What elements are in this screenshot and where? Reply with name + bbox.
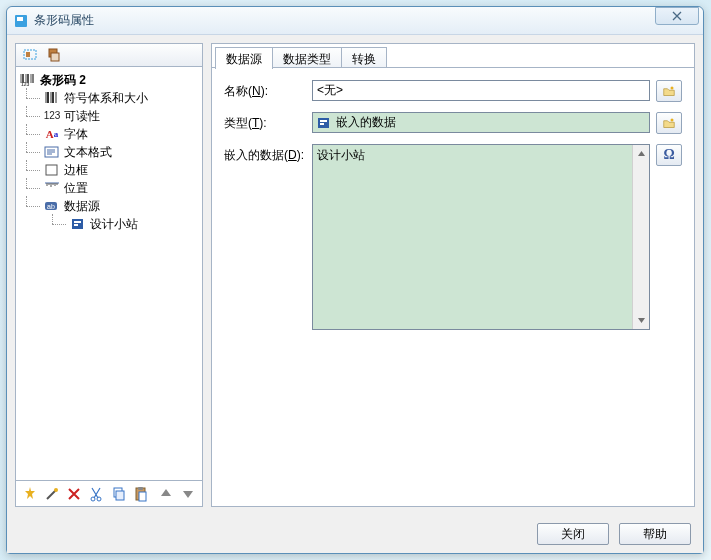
titlebar[interactable]: 条形码属性: [7, 7, 703, 35]
type-label: 类型(T):: [224, 112, 312, 132]
svg-point-41: [671, 87, 674, 90]
paste-icon[interactable]: [131, 484, 150, 504]
border-icon: [44, 162, 60, 178]
svg-rect-5: [51, 53, 59, 61]
svg-point-33: [97, 497, 101, 501]
right-column: 数据源 数据类型 转换 名称(N): 类型(T):: [211, 43, 695, 507]
omega-button[interactable]: Ω: [656, 144, 682, 166]
textformat-icon: [44, 144, 60, 160]
copy-icon[interactable]: [44, 45, 64, 65]
svg-rect-1: [17, 17, 23, 21]
tree-root[interactable]: 123 条形码 2: [18, 71, 200, 89]
svg-rect-37: [138, 487, 143, 490]
svg-rect-3: [26, 52, 30, 57]
tree-item-label: 设计小站: [90, 215, 138, 233]
dialog-window: 条形码属性 123 条形码 2: [6, 6, 704, 554]
svg-marker-29: [25, 487, 35, 499]
svg-rect-38: [139, 492, 146, 501]
textarea-scrollbar[interactable]: [632, 145, 649, 329]
app-icon: [13, 13, 29, 29]
svg-rect-43: [320, 120, 327, 122]
type-display: 嵌入的数据: [312, 112, 650, 133]
scroll-up-icon[interactable]: [633, 145, 649, 162]
svg-point-45: [671, 119, 674, 122]
svg-marker-46: [638, 151, 645, 156]
cut-icon[interactable]: [87, 484, 106, 504]
digits-icon: 123: [44, 108, 60, 124]
bottom-toolbar: [15, 481, 203, 507]
tree-item-readability[interactable]: 123 可读性: [18, 107, 200, 125]
close-button[interactable]: 关闭: [537, 523, 609, 545]
new-icon[interactable]: [20, 484, 39, 504]
tree-item-label: 位置: [64, 179, 88, 197]
svg-rect-27: [74, 221, 81, 223]
svg-rect-44: [320, 123, 324, 125]
copy-tb-icon[interactable]: [109, 484, 128, 504]
bars-icon: [44, 90, 60, 106]
window-title: 条形码属性: [34, 12, 655, 29]
position-icon: [44, 180, 60, 196]
svg-point-31: [54, 488, 58, 492]
up-icon[interactable]: [157, 484, 176, 504]
tree-item-position[interactable]: 位置: [18, 179, 200, 197]
tab-content: 名称(N): 类型(T): 嵌入的数据: [212, 67, 694, 506]
tree-item-datasource-child[interactable]: 设计小站: [18, 215, 200, 233]
type-value: 嵌入的数据: [336, 114, 396, 131]
svg-rect-28: [74, 224, 78, 226]
svg-text:123: 123: [21, 81, 30, 87]
name-input[interactable]: [312, 80, 650, 101]
font-icon: Aa: [44, 126, 60, 142]
dialog-body: 123 条形码 2 符号体系和大小 123 可读性: [7, 35, 703, 515]
name-folder-button[interactable]: [656, 80, 682, 102]
tree-view[interactable]: 123 条形码 2 符号体系和大小 123 可读性: [15, 67, 203, 481]
svg-point-32: [91, 497, 95, 501]
dialog-footer: 关闭 帮助: [7, 515, 703, 553]
window-close-button[interactable]: [655, 7, 699, 25]
embedded-data-text: 设计小站: [317, 148, 365, 162]
tab-transform[interactable]: 转换: [341, 47, 387, 68]
svg-marker-39: [161, 489, 171, 496]
tree-item-symbology[interactable]: 符号体系和大小: [18, 89, 200, 107]
tree-item-label: 可读性: [64, 107, 100, 125]
embedded-data-small-icon: [316, 115, 332, 131]
select-icon[interactable]: [20, 45, 40, 65]
type-folder-button[interactable]: [656, 112, 682, 134]
tab-datasource[interactable]: 数据源: [215, 47, 273, 69]
svg-marker-40: [183, 491, 193, 498]
tree-item-textformat[interactable]: 文本格式: [18, 143, 200, 161]
name-label: 名称(N):: [224, 80, 312, 100]
embedded-data-icon: [70, 216, 86, 232]
svg-rect-35: [116, 491, 124, 500]
delete-icon[interactable]: [65, 484, 84, 504]
left-column: 123 条形码 2 符号体系和大小 123 可读性: [15, 43, 203, 507]
down-icon[interactable]: [179, 484, 198, 504]
tree-item-label: 字体: [64, 125, 88, 143]
tree-root-label: 条形码 2: [40, 71, 86, 89]
embed-label: 嵌入的数据(D):: [224, 144, 312, 164]
svg-marker-47: [638, 318, 645, 323]
tab-datatype[interactable]: 数据类型: [272, 47, 342, 68]
datasource-icon: ab: [44, 198, 60, 214]
tree-item-datasource[interactable]: ab 数据源: [18, 197, 200, 215]
tree-item-label: 数据源: [64, 197, 100, 215]
left-toolbar: [15, 43, 203, 67]
help-button[interactable]: 帮助: [619, 523, 691, 545]
tree-item-label: 文本格式: [64, 143, 112, 161]
tree-item-label: 边框: [64, 161, 88, 179]
svg-rect-22: [46, 165, 57, 175]
tab-bar: 数据源 数据类型 转换: [212, 44, 694, 68]
wizard-icon[interactable]: [42, 484, 61, 504]
tree-item-border[interactable]: 边框: [18, 161, 200, 179]
scroll-down-icon[interactable]: [633, 312, 649, 329]
svg-text:ab: ab: [47, 203, 55, 210]
tree-item-label: 符号体系和大小: [64, 89, 148, 107]
barcode-icon: 123: [20, 72, 36, 88]
tree-item-font[interactable]: Aa 字体: [18, 125, 200, 143]
embedded-data-textarea[interactable]: 设计小站: [312, 144, 650, 330]
